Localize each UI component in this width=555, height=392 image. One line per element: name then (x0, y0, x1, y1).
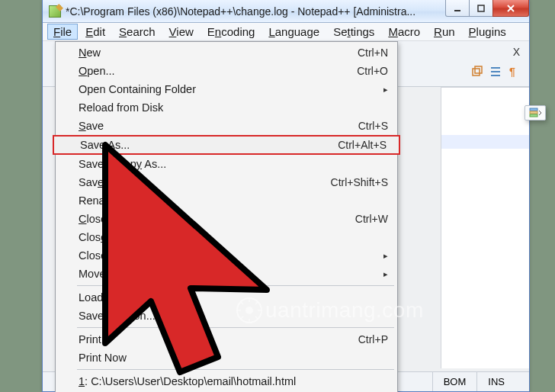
menu-edit[interactable]: Edit (79, 24, 111, 40)
menu-item-load-session[interactable]: Load Session... (57, 288, 396, 307)
menu-separator (77, 327, 394, 328)
minimize-icon (453, 4, 462, 13)
toolbar-icon-3[interactable]: ¶ (506, 64, 521, 79)
menu-item-print-now[interactable]: Print Now (57, 349, 396, 367)
menu-item-save-all[interactable]: Save All Ctrl+Shift+S (57, 173, 396, 191)
menu-separator (77, 369, 394, 370)
menu-item-close-all[interactable]: Close All (57, 228, 396, 246)
menu-item-save-session[interactable]: Save Session... (57, 307, 396, 325)
menu-item-save[interactable]: Save Ctrl+S (57, 117, 396, 135)
menu-item-reload[interactable]: Reload from Disk (57, 98, 396, 117)
current-line-highlight (441, 135, 529, 149)
svg-rect-6 (530, 114, 537, 117)
menu-item-new[interactable]: New Ctrl+N (57, 43, 396, 62)
toolbar-icon-2[interactable] (488, 64, 503, 79)
toolbar-dropdown[interactable] (525, 105, 546, 120)
status-bom: BOM (432, 372, 477, 391)
svg-rect-8 (475, 66, 482, 73)
menu-item-save-as[interactable]: Save As... Ctrl+Alt+S (53, 135, 400, 155)
menu-macro[interactable]: Macro (382, 24, 426, 40)
menu-item-print[interactable]: Print... Ctrl+P (57, 330, 396, 349)
menu-search[interactable]: Search (113, 24, 162, 40)
tab-close-button[interactable]: X (513, 46, 520, 58)
menu-item-rename[interactable]: Rename... (57, 191, 396, 210)
menu-item-close-more[interactable]: Close More ▸ (57, 246, 396, 265)
menu-run[interactable]: Run (428, 24, 461, 40)
menu-view[interactable]: View (163, 24, 200, 40)
list-icon (489, 66, 502, 78)
svg-rect-7 (473, 69, 480, 76)
status-ins: INS (476, 372, 515, 391)
titlebar[interactable]: *C:\Program Files (x86)\Notepad++\change… (43, 0, 529, 23)
minimize-button[interactable] (445, 0, 470, 17)
menu-file[interactable]: File (47, 24, 78, 40)
close-button[interactable] (492, 0, 529, 17)
menu-item-recent-1[interactable]: 1: C:\Users\User\Desktop\email\hotmail.h… (57, 372, 396, 390)
editor-area[interactable] (441, 87, 529, 368)
app-icon (49, 5, 61, 18)
menu-item-open[interactable]: Open... Ctrl+O (57, 62, 396, 80)
toolbar-icons: ¶ (470, 64, 521, 79)
chevron-right-icon: ▸ (383, 85, 388, 95)
svg-rect-4 (530, 108, 537, 111)
svg-rect-5 (530, 111, 537, 114)
menu-separator (77, 285, 394, 286)
menu-item-open-containing[interactable]: Open Containing Folder ▸ (57, 80, 396, 98)
menu-encoding[interactable]: Encoding (201, 24, 261, 40)
menu-settings[interactable]: Settings (327, 24, 380, 40)
menubar: File Edit Search View Encoding Language … (43, 23, 529, 41)
svg-text:¶: ¶ (509, 66, 515, 78)
stack-icon (528, 108, 542, 118)
cascade-windows-icon (471, 66, 483, 78)
file-menu-dropdown: New Ctrl+N Open... Ctrl+O Open Containin… (55, 41, 398, 392)
chevron-right-icon: ▸ (383, 269, 388, 279)
svg-rect-1 (478, 5, 484, 11)
window-controls (446, 0, 529, 17)
toolbar-icon-1[interactable] (470, 64, 485, 79)
maximize-button[interactable] (469, 0, 493, 17)
menu-item-close[interactable]: Close Ctrl+W (57, 210, 396, 228)
menu-plugins[interactable]: Plugins (463, 24, 512, 40)
maximize-icon (476, 4, 486, 13)
menu-item-save-copy[interactable]: Save a Copy As... (57, 155, 396, 173)
menu-item-move-to[interactable]: Move to ▸ (57, 265, 396, 283)
menu-language[interactable]: Language (262, 24, 326, 40)
close-icon (505, 3, 516, 14)
chevron-right-icon: ▸ (383, 251, 388, 261)
paragraph-icon: ¶ (508, 66, 520, 78)
